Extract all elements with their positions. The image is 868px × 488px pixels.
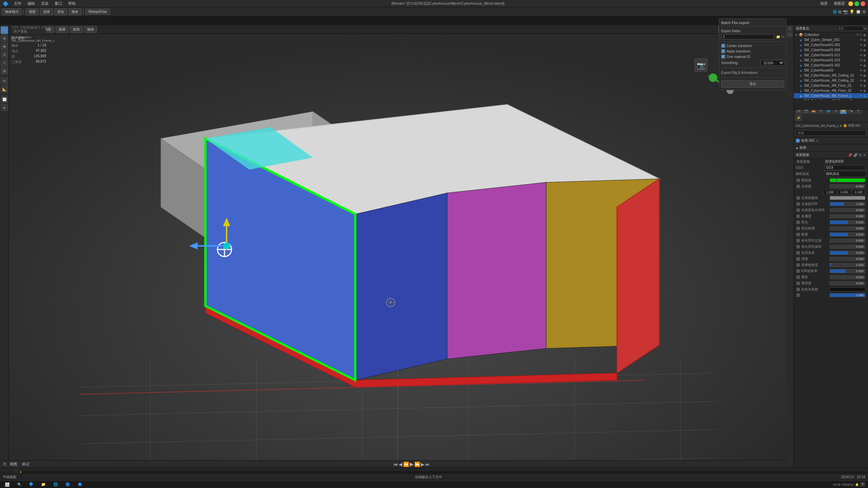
jump-start-btn[interactable]: ⏮ — [393, 462, 398, 467]
move-tool[interactable]: ✥ — [1, 43, 8, 50]
add-btn[interactable]: 添加 — [70, 26, 83, 33]
render-icon[interactable]: ◉ — [863, 38, 866, 42]
taskbar-chrome[interactable]: 🌐 — [50, 478, 61, 488]
ior-row[interactable]: IOR折射率 0.450 — [794, 268, 868, 274]
subsurface-color-row[interactable]: 次表面颜色 — [794, 195, 868, 201]
eye-icon[interactable]: 👁 — [860, 38, 863, 42]
base-color-link[interactable] — [796, 179, 800, 182]
ggx-selector[interactable]: GGX — [824, 165, 866, 170]
measure-tool[interactable]: 📐 — [1, 85, 8, 93]
subsurface-bar[interactable]: 0.000 — [830, 184, 865, 188]
taskbar-vscode[interactable]: 🔷 — [74, 478, 86, 488]
base-color-row[interactable]: 基础色 — [794, 177, 868, 183]
export-folder-input[interactable] — [721, 34, 774, 39]
aniso-bar[interactable]: 0.000 — [830, 239, 865, 243]
obj-btn[interactable]: 物体 — [84, 26, 97, 33]
center-transform-row[interactable]: ✓ Center transform — [721, 43, 784, 48]
export-rig-row[interactable]: Export Rig & Animations — [721, 69, 784, 76]
menu-scene[interactable]: 场景 — [817, 0, 830, 7]
render-icon[interactable]: ◉ — [863, 33, 866, 37]
menu-file[interactable]: 文件 — [11, 0, 24, 7]
taskbar-edge[interactable]: 🔵 — [62, 478, 74, 488]
metallic-bar[interactable]: 0.000 — [830, 214, 865, 218]
ior-bar[interactable]: 0.450 — [830, 269, 865, 273]
object-menu[interactable]: 物体 — [68, 8, 81, 15]
outliner-item-1[interactable]: ▲ SM_CyberHouse01.003 👁◉ — [794, 42, 868, 47]
apply-transform-row[interactable]: ✓ Apply transform — [721, 48, 784, 54]
3d-viewport[interactable]: ≡ 物体模式 视图 选择 添加 物体 🌐 🧲 ⊙ | ◉ ◑ ● | ⊞ ◫ — [9, 25, 787, 468]
taskbar-search[interactable]: 🔍 — [14, 478, 25, 488]
add-menu[interactable]: 添加 — [54, 8, 67, 15]
link-icon[interactable]: 🔗 — [853, 153, 857, 157]
outliner-search[interactable] — [836, 26, 863, 31]
pin-icon[interactable]: 📌 — [848, 153, 852, 157]
side-toggle-1[interactable]: N — [787, 26, 793, 31]
outliner-item-2[interactable]: ▲ SM_CyberHouse01.008 👁◉ — [794, 47, 868, 53]
specular-tint-row[interactable]: 高光色调 0.000 — [794, 225, 868, 231]
scale-tool[interactable]: ⤢ — [1, 59, 8, 66]
select-menu[interactable]: 选择 — [40, 8, 53, 15]
add-cube-tool[interactable]: ⬜ — [1, 96, 8, 103]
smoothing-row[interactable]: Smoothing: 仅法向 面 边 — [721, 59, 784, 66]
minimize-button[interactable] — [848, 1, 853, 6]
menu-render[interactable]: 渲染 — [38, 0, 51, 7]
add-material-button[interactable]: + — [816, 139, 818, 143]
clearcoat-row[interactable]: 清漆 0.000 — [794, 256, 868, 262]
center-transform-checkbox[interactable]: ✓ — [721, 44, 725, 48]
properties-search[interactable] — [796, 130, 866, 136]
menu-edit[interactable]: 编辑 — [25, 0, 38, 7]
viewport-icon5[interactable]: ⚙ — [862, 9, 866, 14]
emission-strength-bar[interactable]: 1.000 — [830, 293, 865, 297]
outliner-item-8[interactable]: ▲ SM_CyberHouse_4M_Ceiling_02 👁◉ — [794, 78, 868, 83]
select-tool[interactable]: ⊹ — [1, 26, 8, 34]
distribution-row[interactable]: 随机游走 随机游走 — [794, 170, 868, 177]
roughness-row[interactable]: 糙度 0.500 — [794, 231, 868, 238]
subsurface-row[interactable]: 次表面 0.000 — [794, 183, 868, 189]
aniso-rot-bar[interactable]: 0.000 — [830, 245, 865, 249]
metallic-row[interactable]: 金属度 0.000 — [794, 213, 868, 219]
outliner-collection[interactable]: ▸ 📦 Collection 👁 ⊙ ◉ — [794, 32, 868, 37]
refresh-icon[interactable]: ↻ — [782, 35, 784, 39]
one-material-row[interactable]: ✓ One material ID — [721, 54, 784, 59]
subsurface-aniso-bar[interactable]: 0.000 — [830, 208, 865, 212]
retopo-flow[interactable]: RetopoFlow — [85, 9, 110, 15]
taskbar-explorer[interactable]: 📁 — [38, 478, 49, 488]
transform-tool[interactable]: ⊞ — [1, 67, 8, 75]
viewport-icon3[interactable]: 💡 — [849, 9, 854, 14]
sheen-bar[interactable]: 0.500 — [830, 251, 865, 255]
aniso-row[interactable]: 各向异性过滤 0.000 — [794, 238, 868, 244]
play-reverse-btn[interactable]: ⏪ — [403, 462, 409, 467]
one-material-checkbox[interactable]: ✓ — [721, 55, 725, 59]
emission-color-swatch[interactable] — [830, 287, 865, 291]
subsurface-color-swatch[interactable] — [830, 196, 865, 200]
subsurface-color-link[interactable] — [796, 196, 800, 200]
menu-help[interactable]: 帮助 — [65, 0, 78, 7]
scene-3d[interactable]: Z X Y 📷 — [9, 34, 787, 468]
play-btn[interactable]: ▶ — [410, 461, 414, 467]
outliner-item-11[interactable]: ▲ SM_CyberHouse_4M_Frame_R 👁◉ — [794, 98, 868, 100]
outliner-item-9[interactable]: ▲ SM_CyberHouse_4M_Floor_01 👁◉ — [794, 83, 868, 88]
filter-icon[interactable]: ▾ — [864, 27, 866, 30]
viewport-icon4[interactable]: 🔲 — [856, 9, 861, 14]
specular-bar[interactable]: 0.500 — [830, 220, 865, 224]
roughness-bar[interactable]: 0.500 — [830, 232, 865, 237]
select-btn[interactable]: 选择 — [56, 26, 68, 33]
taskbar-blender[interactable]: 🔷 — [25, 478, 37, 488]
jump-end-btn[interactable]: ⏭ — [425, 462, 430, 467]
clearcoat-rough-bar[interactable]: 0.030 — [830, 263, 865, 267]
settings-icon[interactable]: ⚙ — [859, 153, 862, 157]
outliner-item-10[interactable]: ▲ SM_CyberHouse_4M_Floor_02 👁◉ — [794, 88, 868, 93]
prev-key-btn[interactable]: ◀ — [399, 462, 402, 467]
base-color-swatch[interactable] — [830, 178, 865, 182]
aniso-rot-row[interactable]: 各向异性旋转 0.000 — [794, 244, 868, 250]
trans-rough-row[interactable]: 透明度 0.000 — [794, 280, 868, 286]
export-folder-path-row[interactable]: 📁 ↻ — [721, 34, 784, 40]
clearcoat-rough-row[interactable]: 清漆粗糙度 0.030 — [794, 262, 868, 268]
sheen-row[interactable]: 光泽染色 0.500 — [794, 250, 868, 256]
spec-tint-bar[interactable]: 0.000 — [830, 226, 865, 230]
viewport-icon2[interactable]: 📷 — [843, 9, 848, 14]
outliner-item-3[interactable]: ▲ SM_CyberHouse01.011 👁◉ — [794, 53, 868, 58]
specular-row[interactable]: 高光 0.500 — [794, 219, 868, 225]
next-key-btn[interactable]: ▶ — [421, 462, 425, 467]
eye-icon[interactable]: 👁 — [856, 33, 859, 37]
